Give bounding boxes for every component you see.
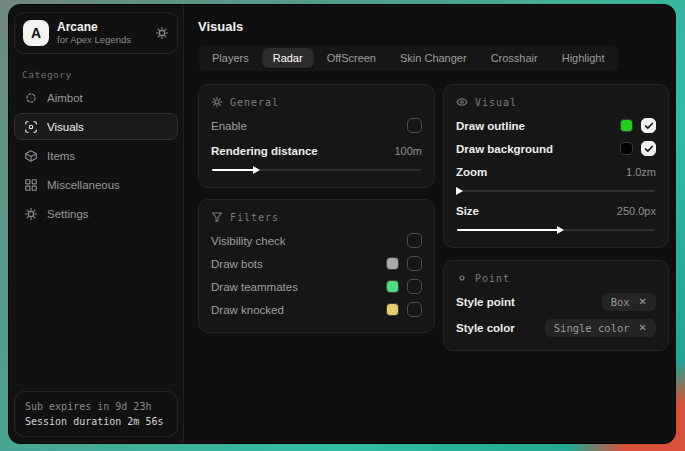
draw-teammates-checkbox[interactable] [407,279,422,294]
visual-panel: Visual Draw outline [443,84,669,248]
slider-thumb[interactable] [253,166,260,174]
color-swatch[interactable] [386,303,399,316]
visual-panel-header: Visual [456,96,656,108]
general-panel-header: General [211,96,422,108]
sidebar-item-label: Aimbot [47,92,83,104]
draw-background-row: Draw background [456,137,656,160]
style-color-select[interactable]: Single color ✕ [545,319,656,337]
app-logo: A [23,20,49,46]
page-title: Visuals [198,19,663,34]
rendering-distance-label: Rendering distance [211,145,318,157]
enable-label: Enable [211,120,247,132]
zoom-slider[interactable] [457,186,655,195]
style-point-select[interactable]: Box ✕ [602,293,656,311]
brand-card: A Arcane for Apex Legends [14,12,178,54]
enable-checkbox[interactable] [407,118,422,133]
right-column: Visual Draw outline [443,84,669,351]
color-swatch[interactable] [386,257,399,270]
cog-icon [211,96,223,108]
box-icon [24,149,38,163]
slider-track [457,190,655,192]
panel-title: General [230,97,279,108]
color-swatch[interactable] [386,280,399,293]
category-label: Category [22,69,178,80]
sidebar-item-label: Miscellaneous [47,179,120,191]
gear-icon[interactable] [155,26,169,40]
sidebar-item-visuals[interactable]: Visuals [14,113,178,140]
draw-outline-row: Draw outline [456,114,656,137]
panel-title: Visual [475,97,517,108]
draw-bots-row: Draw bots [211,252,422,275]
scan-eye-icon [24,120,38,134]
size-slider[interactable] [457,225,655,234]
sidebar-item-label: Settings [47,208,89,220]
style-color-label: Style color [456,322,515,334]
draw-bots-label: Draw bots [211,258,263,270]
filters-panel-header: Filters [211,211,422,223]
app-window: A Arcane for Apex Legends Category [8,4,676,444]
tab-radar[interactable]: Radar [262,48,314,68]
tab-players[interactable]: Players [201,48,260,68]
color-swatch[interactable] [620,119,633,132]
zoom-value: 1.0zm [626,166,656,178]
grid-icon [24,178,38,192]
point-panel-header: Point [456,272,656,284]
tab-bar: Players Radar OffScreen Skin Changer Cro… [198,45,619,71]
draw-background-checkbox[interactable] [641,141,656,156]
style-color-row: Style color Single color ✕ [456,316,656,339]
tab-crosshair[interactable]: Crosshair [480,48,549,68]
rendering-distance-row: Rendering distance 100m [211,139,422,162]
panels-area: General Enable Rendering distance 100m [198,84,663,351]
draw-knocked-row: Draw knocked [211,298,422,321]
sidebar-nav: Aimbot Visuals Ite [14,84,178,227]
enable-row: Enable [211,114,422,137]
funnel-icon [211,211,223,223]
style-color-value: Single color [554,322,630,334]
panel-title: Point [475,273,510,284]
app-name: Arcane [57,20,147,34]
main-content: Visuals Players Radar OffScreen Skin Cha… [184,5,675,443]
size-value: 250.0px [617,205,656,217]
draw-outline-label: Draw outline [456,120,525,132]
sidebar: A Arcane for Apex Legends Category [9,5,184,443]
sub-expires-text: Sub expires in 9d 23h [25,399,167,414]
close-icon[interactable]: ✕ [639,323,647,333]
point-icon [456,272,468,284]
visibility-check-checkbox[interactable] [407,233,422,248]
session-duration-text: Session duration 2m 56s [25,414,167,429]
sidebar-item-miscellaneous[interactable]: Miscellaneous [14,171,178,198]
tab-offscreen[interactable]: OffScreen [316,48,387,68]
zoom-row: Zoom 1.0zm [456,160,656,183]
slider-fill [457,229,558,231]
filters-panel: Filters Visibility check Draw bots [198,199,435,333]
color-swatch[interactable] [620,142,633,155]
slider-thumb[interactable] [557,226,564,234]
panel-title: Filters [230,212,279,223]
sidebar-item-settings[interactable]: Settings [14,200,178,227]
draw-knocked-checkbox[interactable] [407,302,422,317]
style-point-row: Style point Box ✕ [456,290,656,313]
tab-skin-changer[interactable]: Skin Changer [389,48,478,68]
point-panel: Point Style point Box ✕ Style color [443,260,669,351]
draw-teammates-row: Draw teammates [211,275,422,298]
sidebar-item-label: Items [47,150,75,162]
visibility-check-label: Visibility check [211,235,286,247]
draw-outline-checkbox[interactable] [641,118,656,133]
left-column: General Enable Rendering distance 100m [198,84,435,333]
rendering-distance-slider[interactable] [212,165,421,174]
tab-highlight[interactable]: Highlight [551,48,616,68]
style-point-label: Style point [456,296,515,308]
slider-thumb[interactable] [456,187,463,195]
sidebar-item-items[interactable]: Items [14,142,178,169]
sidebar-item-aimbot[interactable]: Aimbot [14,84,178,111]
check-icon [644,121,654,131]
desktop-background: A Arcane for Apex Legends Category [0,0,685,451]
size-label: Size [456,205,479,217]
draw-background-label: Draw background [456,143,553,155]
close-icon[interactable]: ✕ [639,297,647,307]
draw-bots-checkbox[interactable] [407,256,422,271]
slider-fill [212,169,254,171]
size-row: Size 250.0px [456,199,656,222]
sidebar-spacer [14,227,178,391]
sidebar-item-label: Visuals [47,121,84,133]
